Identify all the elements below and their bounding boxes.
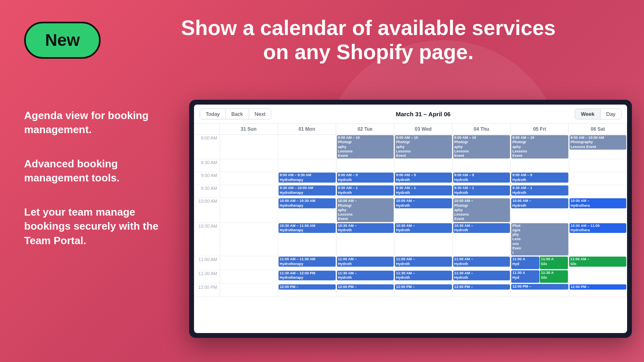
time-header-spacer bbox=[194, 124, 220, 134]
event-fri-glo-1130[interactable]: 11:30 AGlo bbox=[540, 270, 568, 283]
header: New Show a calendar of available service… bbox=[0, 0, 644, 72]
day-headers: 31 Sun 01 Mon 02 Tue 03 Wed 04 Thu 05 Fr… bbox=[194, 124, 627, 135]
calendar-title: March 31 – April 06 bbox=[271, 111, 575, 117]
cal-cell-sun-1000 bbox=[220, 198, 278, 222]
calendar-inner: Today Back Next March 31 – April 06 Week… bbox=[194, 105, 627, 333]
week-view-button[interactable]: Week bbox=[575, 109, 601, 119]
event-sat-hydro2-1030[interactable]: 10:30 AM – 11:00Hydrothera bbox=[570, 223, 627, 233]
event-mon-hydro-1000[interactable]: 10:00 AM – 10:30 AMHydrotherapy bbox=[279, 198, 336, 208]
event-tue-hydro-1030[interactable]: 10:30 AM –Hydroth bbox=[337, 223, 394, 233]
cal-cell-sat-800: 8:00 AM – 10:00 AMPhotographyLessons Eve… bbox=[569, 135, 627, 159]
cal-cell-sun-930 bbox=[220, 185, 278, 198]
time-label-1100: 11:00 AM bbox=[194, 256, 220, 270]
cal-cell-fri-800: 8:00 AM – 10PhotographyLessonsEvent bbox=[511, 135, 569, 159]
event-thu-hydro-930[interactable]: 9:30 AM – 1Hydroth bbox=[453, 185, 510, 195]
day-header-thu: 04 Thu bbox=[452, 124, 511, 134]
event-wed-hydro-1000[interactable]: 10:00 AM –Hydroth bbox=[395, 198, 452, 208]
event-mon-hydro-900[interactable]: 9:00 AM – 9:30 AMHydrotherapy bbox=[279, 173, 336, 183]
day-header-tue: 02 Tue bbox=[336, 124, 394, 134]
event-tue-hydro-930[interactable]: 9:30 AM – 1Hydroth bbox=[337, 185, 394, 195]
event-thu-hydro-900[interactable]: 9:00 AM – 9Hydroth bbox=[453, 173, 510, 183]
cal-cell-wed-800: 8:00 AM – 10PhotographyLessonsEvent bbox=[394, 135, 453, 159]
cal-cell-mon-1100: 11:00 AM – 11:30 AMHydrotherapy bbox=[278, 256, 336, 270]
cal-cell-sun-1130 bbox=[220, 270, 278, 284]
cal-cell-wed-1130: 11:30 AM –Hydroth bbox=[394, 270, 453, 284]
event-tue-hydro-1100[interactable]: 11:00 AM –Hydroth bbox=[337, 257, 394, 267]
event-tue-photo-800[interactable]: 8:00 AM – 10PhotographyLessonsEvent bbox=[337, 135, 394, 158]
cal-cell-sun-1200 bbox=[220, 284, 278, 296]
event-tue-hydro-900[interactable]: 9:00 AM – 9Hydroth bbox=[337, 173, 394, 183]
headline-line2: on any Shopify page. bbox=[263, 40, 474, 64]
cal-cell-mon-830 bbox=[278, 159, 336, 172]
event-sat-hydro-1000[interactable]: 10:00 AM –Hydrothera bbox=[570, 198, 627, 208]
event-wed-hydro-900[interactable]: 9:00 AM – 9Hydroth bbox=[395, 173, 452, 183]
event-mon-hydro-1130[interactable]: 11:30 AM – 12:00 PMHydrotherapy bbox=[279, 271, 336, 281]
cal-cell-wed-1000: 10:00 AM –Hydroth bbox=[394, 198, 453, 222]
event-fri-photo-1030[interactable]: PhotographyLessonsEvent bbox=[511, 223, 568, 256]
event-tue-hydro-1200[interactable]: 12:00 PM – bbox=[337, 284, 394, 290]
cal-cell-mon-900: 9:00 AM – 9:30 AMHydrotherapy bbox=[278, 172, 336, 185]
next-button[interactable]: Next bbox=[249, 109, 272, 119]
cal-cell-sun-1030 bbox=[220, 222, 278, 256]
cal-cell-wed-1100: 11:00 AM –Hydroth bbox=[394, 256, 453, 270]
new-badge: New bbox=[24, 22, 101, 59]
cal-cell-sat-1130 bbox=[569, 270, 627, 284]
cal-cell-tue-1130: 11:30 AM –Hydroth bbox=[336, 270, 394, 284]
cal-cell-sat-900 bbox=[569, 172, 627, 185]
cal-cell-thu-900: 9:00 AM – 9Hydroth bbox=[452, 172, 511, 185]
event-tue-photo-1000[interactable]: 10:00 AM –PhotographyLessonsEvent bbox=[337, 198, 394, 222]
cal-cell-sat-1000: 10:00 AM –Hydrothera bbox=[569, 198, 627, 222]
cal-cell-tue-1200: 12:00 PM – bbox=[336, 284, 394, 296]
table-row: 10:00 AM 10:00 AM – 10:30 AMHydrotherapy… bbox=[194, 198, 627, 222]
cal-cell-tue-930: 9:30 AM – 1Hydroth bbox=[336, 185, 394, 198]
time-label-1030: 10:30 AM bbox=[194, 222, 220, 256]
cal-cell-mon-800 bbox=[278, 135, 336, 159]
event-wed-hydro-1100[interactable]: 11:00 AM –Hydroth bbox=[395, 257, 452, 267]
cal-cell-sat-1030: 10:30 AM – 11:00Hydrothera bbox=[569, 222, 627, 256]
today-button[interactable]: Today bbox=[200, 109, 226, 119]
cal-cell-wed-1200: 12:00 PM – bbox=[394, 284, 453, 296]
back-button[interactable]: Back bbox=[226, 109, 249, 119]
time-label-830: 8:30 AM bbox=[194, 159, 220, 172]
day-view-button[interactable]: Day bbox=[601, 109, 621, 119]
event-fri-hydro-1200[interactable]: 12:00 PM – bbox=[511, 284, 568, 289]
event-fri-hydro-1100[interactable]: 11:00 AHyd bbox=[511, 257, 539, 269]
event-wed-hydro-930[interactable]: 9:30 AM – 1Hydroth bbox=[395, 185, 452, 195]
table-row: 8:00 AM 8:00 AM – 10PhotographyLessonsEv… bbox=[194, 135, 627, 159]
event-mon-hydro-1200[interactable]: 12:00 PM – bbox=[279, 284, 336, 290]
time-label-1000: 10:00 AM bbox=[194, 198, 220, 222]
cal-cell-wed-900: 9:00 AM – 9Hydroth bbox=[394, 172, 453, 185]
cal-cell-sun-1100 bbox=[220, 256, 278, 270]
calendar-body: 8:00 AM 8:00 AM – 10PhotographyLessonsEv… bbox=[194, 135, 627, 333]
table-row: 9:00 AM 9:00 AM – 9:30 AMHydrotherapy 9:… bbox=[194, 172, 627, 185]
event-sat-photo-800[interactable]: 8:00 AM – 10:00 AMPhotographyLessons Eve… bbox=[570, 135, 627, 150]
event-thu-hydro-1100[interactable]: 11:00 AM –Hydroth bbox=[453, 257, 510, 267]
event-thu-photo-800[interactable]: 8:00 AM – 10PhotographyLessonsEvent bbox=[453, 135, 510, 158]
event-mon-hydro-1100[interactable]: 11:00 AM – 11:30 AMHydrotherapy bbox=[279, 257, 336, 267]
day-header-wed: 03 Wed bbox=[394, 124, 453, 134]
event-mon-hydro-1030[interactable]: 10:30 AM – 11:00 AMHydrotherapy bbox=[279, 223, 336, 233]
event-fri-hydro-1130[interactable]: 11:30 AHyd bbox=[511, 270, 539, 283]
event-mon-hydro-930[interactable]: 9:30 AM – 10:00 AMHydrotherapy bbox=[279, 185, 336, 195]
event-wed-hydro-1130[interactable]: 11:30 AM –Hydroth bbox=[395, 271, 452, 281]
cal-cell-thu-930: 9:30 AM – 1Hydroth bbox=[452, 185, 511, 198]
event-wed-hydro-1030[interactable]: 10:30 AM –Hydroth bbox=[395, 223, 452, 233]
event-fri-photo-800[interactable]: 8:00 AM – 10PhotographyLessonsEvent bbox=[511, 135, 568, 158]
calendar-wrapper: Today Back Next March 31 – April 06 Week… bbox=[189, 100, 632, 338]
event-fri-hydro-900[interactable]: 9:00 AM – 9Hydroth bbox=[511, 173, 568, 183]
cal-cell-fri-1000: 10:00 AM –Hydroth bbox=[511, 198, 569, 222]
event-thu-hydro-1130[interactable]: 11:30 AM –Hydroth bbox=[453, 271, 510, 281]
event-tue-hydro-1130[interactable]: 11:30 AM –Hydroth bbox=[337, 271, 394, 281]
event-thu-hydro-1200[interactable]: 12:00 PM – bbox=[453, 284, 510, 290]
event-thu-hydro-1030[interactable]: 10:30 AM –Hydroth bbox=[453, 223, 510, 233]
event-wed-hydro-1200[interactable]: 12:00 PM – bbox=[395, 284, 452, 290]
event-fri-glo-1100[interactable]: 11:00 AGlo bbox=[540, 257, 568, 269]
event-wed-photo-800[interactable]: 8:00 AM – 10PhotographyLessonsEvent bbox=[395, 135, 452, 158]
event-fri-hydro-930[interactable]: 9:30 AM – 1Hydroth bbox=[511, 185, 568, 195]
event-thu-photo-1000[interactable]: 10:00 AM –PhotographyLessonsEvent bbox=[453, 198, 510, 222]
cal-cell-wed-1030: 10:30 AM –Hydroth bbox=[394, 222, 453, 256]
event-sat-hydro-1200[interactable]: 12:00 PM – bbox=[570, 284, 627, 290]
event-fri-hydro2-1000[interactable]: 10:00 AM –Hydroth bbox=[511, 198, 568, 208]
event-sat-glo-1100[interactable]: 11:00 AM –Glo bbox=[569, 257, 626, 267]
cal-cell-sat-1100: 11:00 AM –Glo bbox=[569, 256, 627, 270]
